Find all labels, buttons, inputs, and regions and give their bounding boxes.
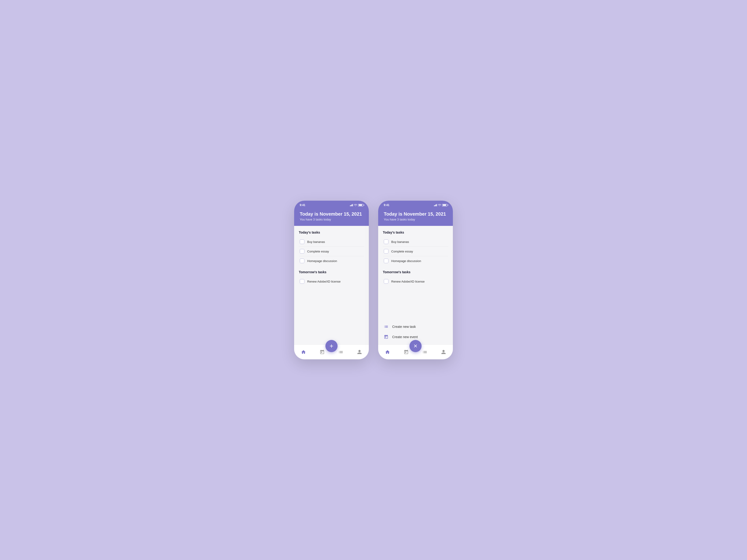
header-2: Today is November 15, 2021 You have 3 ta…: [378, 208, 453, 226]
task-item[interactable]: Renew AdobeXD license: [299, 277, 364, 286]
nav-list-2[interactable]: [420, 347, 430, 357]
content-1: Today's tasks Buy bananas Complete essay…: [294, 226, 369, 344]
task-label: Renew AdobeXD license: [307, 280, 341, 283]
wifi-icon-2: [438, 204, 441, 206]
task-item[interactable]: Complete essay: [299, 247, 364, 256]
task-label: Renew AdobeXD license: [391, 280, 424, 283]
fab-button-1[interactable]: +: [326, 340, 338, 352]
checkbox[interactable]: [300, 239, 304, 244]
nav-profile-1[interactable]: [354, 347, 365, 357]
header-title-1: Today is November 15, 2021: [300, 211, 363, 217]
time-display-1: 9:41: [300, 204, 305, 207]
phone-2: 9:41 Today is November 15, 2021 You have…: [378, 201, 453, 359]
checkbox[interactable]: [300, 279, 304, 284]
nav-list-1[interactable]: [336, 347, 346, 357]
task-item[interactable]: Buy bananas: [299, 237, 364, 247]
nav-home-1[interactable]: [298, 347, 309, 357]
task-item[interactable]: Buy bananas: [383, 237, 448, 247]
battery-icon-2: [442, 204, 447, 207]
signal-icon-1: [350, 204, 353, 206]
list-icon: [384, 324, 389, 329]
task-item[interactable]: Renew AdobeXD license: [383, 277, 448, 286]
checkbox[interactable]: [384, 239, 388, 244]
time-display-2: 9:41: [384, 204, 389, 207]
checkbox[interactable]: [300, 249, 304, 254]
fab-icon-1: +: [330, 343, 333, 349]
bottom-nav-1: +: [294, 344, 369, 359]
wifi-icon-1: [354, 204, 357, 206]
status-icons-2: [434, 204, 447, 207]
phone-1: 9:41 Today is November 15, 2021 You have…: [294, 201, 369, 359]
checkbox[interactable]: [300, 259, 304, 263]
today-title-2: Today's tasks: [383, 231, 448, 234]
task-label: Homepage discussion: [307, 259, 337, 263]
task-label: Buy bananas: [307, 240, 325, 244]
task-item[interactable]: Homepage discussion: [383, 256, 448, 266]
checkbox[interactable]: [384, 279, 388, 284]
checkbox[interactable]: [384, 259, 388, 263]
create-task-action[interactable]: Create new task: [384, 322, 447, 331]
phones-container: 9:41 Today is November 15, 2021 You have…: [294, 201, 453, 359]
status-bar-1: 9:41: [294, 201, 369, 208]
task-label: Complete essay: [307, 250, 329, 253]
header-subtitle-2: You have 3 tasks today: [384, 218, 447, 221]
nav-home-2[interactable]: [382, 347, 393, 357]
battery-icon-1: [358, 204, 363, 207]
calendar-icon: [384, 335, 389, 339]
fab-button-2[interactable]: ×: [409, 340, 421, 352]
create-task-label: Create new task: [392, 325, 416, 328]
task-item[interactable]: Complete essay: [383, 247, 448, 256]
tomorrow-section-2: Tomorrow's tasks Renew AdobeXD license: [383, 270, 448, 286]
task-label: Buy bananas: [391, 240, 409, 244]
checkbox[interactable]: [384, 249, 388, 254]
header-subtitle-1: You have 3 tasks today: [300, 218, 363, 221]
bottom-nav-2: ×: [378, 344, 453, 359]
status-icons-1: [350, 204, 363, 207]
today-section-2: Today's tasks Buy bananas Complete essay…: [383, 231, 448, 266]
create-event-label: Create new event: [392, 335, 418, 339]
header-title-2: Today is November 15, 2021: [384, 211, 447, 217]
tomorrow-title-2: Tomorrow's tasks: [383, 270, 448, 274]
header-1: Today is November 15, 2021 You have 3 ta…: [294, 208, 369, 226]
today-section-1: Today's tasks Buy bananas Complete essay…: [299, 231, 364, 266]
today-title-1: Today's tasks: [299, 231, 364, 234]
nav-profile-2[interactable]: [438, 347, 449, 357]
task-item[interactable]: Homepage discussion: [299, 256, 364, 266]
signal-icon-2: [434, 204, 437, 206]
task-label: Homepage discussion: [391, 259, 421, 263]
fab-close-icon: ×: [414, 343, 417, 349]
tomorrow-title-1: Tomorrow's tasks: [299, 270, 364, 274]
tomorrow-section-1: Tomorrow's tasks Renew AdobeXD license: [299, 270, 364, 286]
task-label: Complete essay: [391, 250, 413, 253]
status-bar-2: 9:41: [378, 201, 453, 208]
